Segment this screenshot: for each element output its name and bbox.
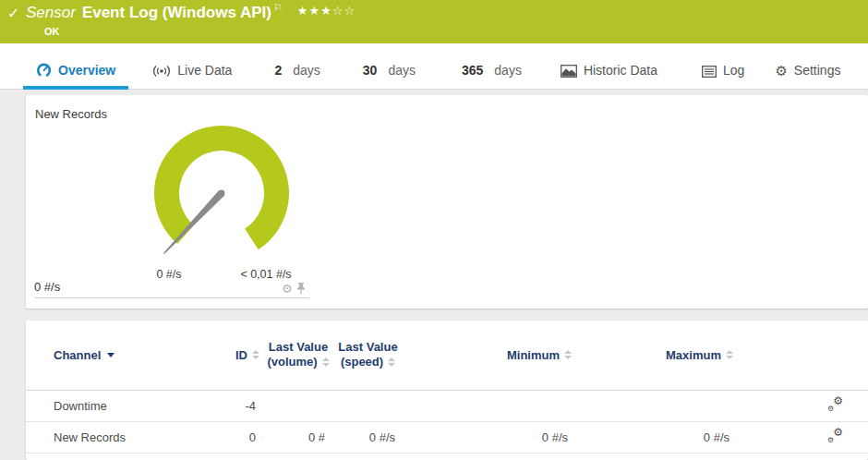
tab-label: days bbox=[494, 63, 522, 78]
tab-number: 30 bbox=[363, 63, 378, 78]
broadcast-icon bbox=[152, 65, 171, 78]
pin-icon[interactable] bbox=[296, 283, 306, 295]
sensor-header: ✓ SensorEvent Log (Windows API)⚐★★★☆☆ OK bbox=[0, 0, 868, 43]
channel-settings-icon[interactable]: ⚙⚙ bbox=[827, 397, 843, 411]
column-header-last-value-speed[interactable]: Last Value (speed) bbox=[335, 321, 401, 390]
sort-icon bbox=[252, 350, 259, 359]
table-row-new-records: New Records 0 0 # 0 #/s 0 #/s 0 #/s ⚙⚙ bbox=[26, 421, 868, 453]
status-check-icon: ✓ bbox=[7, 5, 19, 22]
table-header-row: Channel ID Last Value (volume) Last Valu… bbox=[26, 321, 868, 390]
object-kind-label: Sensor bbox=[26, 4, 76, 21]
gear-icon: ⚙ bbox=[775, 65, 787, 78]
channel-last-volume: 0 # bbox=[261, 421, 335, 453]
tab-label: days bbox=[293, 63, 320, 78]
channel-last-volume bbox=[261, 390, 335, 421]
tab-overview[interactable]: Overview bbox=[23, 43, 128, 90]
tab-30-days[interactable]: 30 days bbox=[363, 43, 416, 90]
channel-maximum: 0 #/s bbox=[573, 421, 735, 453]
status-badge: OK bbox=[44, 26, 60, 37]
gauge-panel: New Records 0 #/s < 0,01 #/s 0 #/s ⚙ bbox=[26, 95, 868, 309]
column-header-id[interactable]: ID bbox=[183, 321, 261, 390]
column-header-channel[interactable]: Channel bbox=[26, 321, 183, 390]
gauge-icon bbox=[36, 63, 52, 78]
column-header-actions bbox=[735, 321, 868, 390]
sensor-title: Event Log (Windows API) bbox=[82, 4, 271, 21]
prtg-sensor-page: ✓ SensorEvent Log (Windows API)⚐★★★☆☆ OK… bbox=[0, 0, 868, 460]
channels-panel: Channel ID Last Value (volume) Last Valu… bbox=[26, 321, 868, 460]
sort-icon bbox=[726, 350, 733, 359]
channel-id: 0 bbox=[183, 421, 261, 453]
gear-icon[interactable]: ⚙ bbox=[282, 282, 293, 296]
gauge-needle-hub bbox=[219, 190, 225, 197]
sensor-title-row: SensorEvent Log (Windows API)⚐★★★☆☆ bbox=[26, 4, 356, 22]
tab-label: Settings bbox=[794, 63, 841, 78]
gauge-footer-divider bbox=[35, 297, 309, 298]
priority-stars[interactable]: ★★★☆☆ bbox=[297, 4, 356, 18]
area-chart-icon bbox=[561, 65, 577, 78]
log-list-icon bbox=[702, 66, 717, 78]
channel-name: Downtime bbox=[26, 390, 183, 421]
tab-settings[interactable]: ⚙ Settings bbox=[775, 43, 840, 90]
channel-name: New Records bbox=[26, 421, 183, 453]
sort-icon bbox=[388, 357, 395, 367]
gauge-channel-title: New Records bbox=[35, 107, 107, 121]
channel-maximum bbox=[573, 390, 735, 421]
sort-icon bbox=[564, 350, 572, 359]
tab-log[interactable]: Log bbox=[702, 43, 744, 90]
sort-icon bbox=[322, 357, 330, 367]
stars-filled: ★★★ bbox=[297, 4, 332, 18]
gauge-scale-min: 0 #/s bbox=[141, 268, 197, 281]
channel-last-speed bbox=[335, 390, 401, 421]
tab-365-days[interactable]: 365 days bbox=[462, 43, 522, 90]
column-header-maximum[interactable]: Maximum bbox=[573, 321, 735, 390]
channel-id: -4 bbox=[183, 390, 261, 421]
tab-label: Log bbox=[723, 63, 744, 78]
channel-actions: ⚙⚙ bbox=[735, 390, 868, 421]
channel-settings-icon[interactable]: ⚙⚙ bbox=[827, 429, 843, 442]
gauge-scale-max: < 0,01 #/s bbox=[215, 268, 317, 281]
tab-bar: Overview Live Data 2 days 30 days 365 bbox=[0, 43, 868, 90]
tab-number: 2 bbox=[274, 63, 282, 78]
column-header-minimum[interactable]: Minimum bbox=[401, 321, 573, 390]
tab-label: Live Data bbox=[177, 63, 232, 78]
table-row-downtime: Downtime -4 ⚙⚙ bbox=[26, 390, 868, 421]
tab-historic-data[interactable]: Historic Data bbox=[561, 43, 657, 90]
sort-desc-icon bbox=[107, 353, 115, 357]
channel-minimum: 0 #/s bbox=[401, 421, 573, 453]
channel-last-speed: 0 #/s bbox=[335, 421, 401, 453]
tab-live-data[interactable]: Live Data bbox=[152, 43, 232, 90]
tab-label: Overview bbox=[58, 63, 115, 78]
tab-label: Historic Data bbox=[584, 63, 657, 78]
tab-label: days bbox=[388, 63, 416, 78]
gauge-dial bbox=[120, 120, 323, 277]
channel-minimum bbox=[401, 390, 573, 421]
stars-empty: ☆☆ bbox=[332, 4, 356, 18]
channel-actions: ⚙⚙ bbox=[735, 421, 868, 453]
column-header-last-value-volume[interactable]: Last Value (volume) bbox=[261, 321, 335, 390]
gauge-current-value: 0 #/s bbox=[34, 280, 60, 294]
tab-2-days[interactable]: 2 days bbox=[274, 43, 319, 90]
channels-table: Channel ID Last Value (volume) Last Valu… bbox=[26, 321, 868, 454]
gauge-panel-controls: ⚙ bbox=[282, 282, 306, 296]
gauge-arc bbox=[154, 126, 289, 249]
tab-number: 365 bbox=[462, 63, 483, 78]
priority-flag-icon[interactable]: ⚐ bbox=[273, 2, 283, 14]
